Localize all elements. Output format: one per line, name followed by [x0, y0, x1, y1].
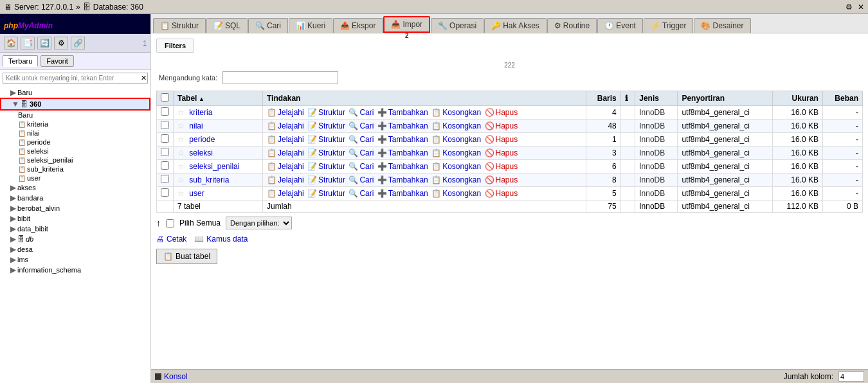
pilih-semua-checkbox[interactable] [166, 219, 174, 227]
tree-item-data-bibit[interactable]: ▶ data_bibit [0, 224, 150, 234]
struktur-link-sub_kriteria[interactable]: 📝 Struktur [307, 175, 345, 184]
cetak-link[interactable]: 🖨 Cetak [156, 235, 186, 244]
konsol-label[interactable]: Konsol [164, 372, 188, 381]
kosongkan-link-user[interactable]: 📋 Kosongkan [431, 189, 481, 198]
cari-link-nilai[interactable]: 🔍 Cari [348, 121, 374, 130]
jelajahi-link-sub_kriteria[interactable]: 📋 Jelajahi [267, 175, 304, 184]
tambahkan-link-nilai[interactable]: ➕ Tambahkan [377, 121, 428, 130]
select-all-checkbox[interactable] [161, 93, 169, 102]
struktur-link-periode[interactable]: 📝 Struktur [307, 135, 345, 144]
tree-item-baru-top[interactable]: ▶ Baru [0, 87, 150, 98]
filters-button[interactable]: Filters [156, 39, 194, 53]
checkbox-periode[interactable] [161, 134, 169, 143]
terbaru-tab[interactable]: Terbaru [3, 55, 38, 67]
jelajahi-link-seleksi_penilai[interactable]: 📋 Jelajahi [267, 162, 304, 171]
tree-item-information-schema[interactable]: ▶ information_schema [0, 265, 150, 275]
tree-item-seleksi[interactable]: 📋 seleksi [0, 147, 150, 156]
star-icon-kriteria[interactable]: ☆ [177, 108, 185, 117]
tree-item-desa[interactable]: ▶ desa [0, 244, 150, 254]
checkbox-user[interactable] [161, 188, 169, 197]
jelajahi-link-nilai[interactable]: 📋 Jelajahi [267, 121, 304, 130]
refresh-icon[interactable]: 🔄 [37, 37, 51, 49]
hapus-link-seleksi_penilai[interactable]: 🚫 Hapus [485, 162, 518, 171]
star-icon-periode[interactable]: ☆ [177, 135, 185, 144]
cari-link-periode[interactable]: 🔍 Cari [348, 135, 374, 144]
favorit-tab[interactable]: Favorit [41, 55, 74, 67]
tree-item-seleksi-penilai[interactable]: 📋 seleksi_penilai [0, 156, 150, 165]
hapus-link-nilai[interactable]: 🚫 Hapus [485, 121, 518, 130]
tree-item-360[interactable]: ▼ 🗄 360 [0, 98, 150, 111]
table-name-link-seleksi_penilai[interactable]: seleksi_penilai [189, 162, 239, 171]
tab-hak-akses[interactable]: 🔑 Hak Akses [484, 18, 547, 33]
hapus-link-user[interactable]: 🚫 Hapus [485, 189, 518, 198]
tab-kueri[interactable]: 📊 Kueri [289, 18, 332, 33]
tab-impor[interactable]: 📥 Impor 2 [383, 16, 430, 33]
search-input[interactable] [3, 73, 148, 84]
tree-item-baru-360[interactable]: Baru [0, 111, 150, 120]
tree-item-bibit[interactable]: ▶ bibit [0, 213, 150, 224]
tab-struktur[interactable]: 📋 Struktur [153, 18, 206, 33]
jumlah-kolom-input[interactable] [838, 371, 864, 382]
tab-cari[interactable]: 🔍 Cari [248, 18, 288, 33]
jelajahi-link-kriteria[interactable]: 📋 Jelajahi [267, 108, 304, 117]
tree-item-kriteria[interactable]: 📋 kriteria [0, 120, 150, 129]
tree-item-sub-kriteria[interactable]: 📋 sub_kriteria [0, 165, 150, 174]
kamus-data-link[interactable]: 📖 Kamus data [194, 235, 248, 244]
tree-item-nilai[interactable]: 📋 nilai [0, 129, 150, 138]
tree-item-user[interactable]: 📋 user [0, 174, 150, 183]
cari-link-seleksi[interactable]: 🔍 Cari [348, 148, 374, 157]
star-icon-seleksi_penilai[interactable]: ☆ [177, 162, 185, 171]
cari-link-kriteria[interactable]: 🔍 Cari [348, 108, 374, 117]
tree-item-akses[interactable]: ▶ akses [0, 183, 150, 193]
table-name-link-sub_kriteria[interactable]: sub_kriteria [189, 175, 229, 184]
table-name-link-nilai[interactable]: nilai [189, 121, 203, 130]
bookmark-icon[interactable]: 📑 [21, 37, 35, 49]
kosongkan-link-nilai[interactable]: 📋 Kosongkan [431, 121, 481, 130]
checkbox-kriteria[interactable] [161, 107, 169, 116]
tree-item-ims[interactable]: ▶ ims [0, 254, 150, 265]
tree-item-periode[interactable]: 📋 periode [0, 138, 150, 147]
tab-routine[interactable]: ⚙ Routine [547, 18, 597, 33]
checkbox-nilai[interactable] [161, 121, 169, 129]
buat-tabel-button[interactable]: 📋 Buat tabel [156, 249, 217, 264]
settings-sidebar-icon[interactable]: ⚙ [54, 37, 68, 49]
table-name-link-periode[interactable]: periode [189, 135, 215, 144]
settings-icon[interactable]: ⚙ [845, 3, 853, 12]
kosongkan-link-kriteria[interactable]: 📋 Kosongkan [431, 108, 481, 117]
checkbox-sub_kriteria[interactable] [161, 175, 169, 183]
home-icon[interactable]: 🏠 [4, 37, 18, 49]
cari-link-user[interactable]: 🔍 Cari [348, 189, 374, 198]
tambahkan-link-user[interactable]: ➕ Tambahkan [377, 189, 428, 198]
kosongkan-link-seleksi_penilai[interactable]: 📋 Kosongkan [431, 162, 481, 171]
tab-event[interactable]: 🕐 Event [597, 18, 643, 33]
struktur-link-user[interactable]: 📝 Struktur [307, 189, 345, 198]
table-name-link-kriteria[interactable]: kriteria [189, 108, 212, 117]
hapus-link-kriteria[interactable]: 🚫 Hapus [485, 108, 518, 117]
cari-link-seleksi_penilai[interactable]: 🔍 Cari [348, 162, 374, 171]
cari-link-sub_kriteria[interactable]: 🔍 Cari [348, 175, 374, 184]
kosongkan-link-seleksi[interactable]: 📋 Kosongkan [431, 148, 481, 157]
checkbox-seleksi[interactable] [161, 148, 169, 156]
hapus-link-seleksi[interactable]: 🚫 Hapus [485, 148, 518, 157]
struktur-link-nilai[interactable]: 📝 Struktur [307, 121, 345, 130]
hapus-link-sub_kriteria[interactable]: 🚫 Hapus [485, 175, 518, 184]
star-icon-seleksi[interactable]: ☆ [177, 148, 185, 157]
link-icon[interactable]: 🔗 [71, 37, 85, 49]
struktur-link-seleksi_penilai[interactable]: 📝 Struktur [307, 162, 345, 171]
up-icon[interactable]: ↑ [156, 218, 161, 228]
table-name-link-seleksi[interactable]: seleksi [189, 148, 213, 157]
star-icon-user[interactable]: ☆ [177, 189, 185, 198]
tambahkan-link-periode[interactable]: ➕ Tambahkan [377, 135, 428, 144]
tree-item-db[interactable]: ▶ 🗄 db [0, 234, 150, 244]
tab-trigger[interactable]: ⚡ Trigger [644, 18, 694, 33]
tab-desainer[interactable]: 🎨 Desainer [694, 18, 750, 33]
jelajahi-link-periode[interactable]: 📋 Jelajahi [267, 135, 304, 144]
tab-operasi[interactable]: 🔧 Operasi [431, 18, 484, 33]
table-name-link-user[interactable]: user [189, 189, 204, 198]
close-icon[interactable]: ✕ [858, 3, 864, 12]
kosongkan-link-periode[interactable]: 📋 Kosongkan [431, 135, 481, 144]
star-icon-sub_kriteria[interactable]: ☆ [177, 175, 185, 184]
kosongkan-link-sub_kriteria[interactable]: 📋 Kosongkan [431, 175, 481, 184]
filter-input[interactable] [222, 71, 338, 84]
tab-ekspor[interactable]: 📤 Ekspor [333, 18, 383, 33]
